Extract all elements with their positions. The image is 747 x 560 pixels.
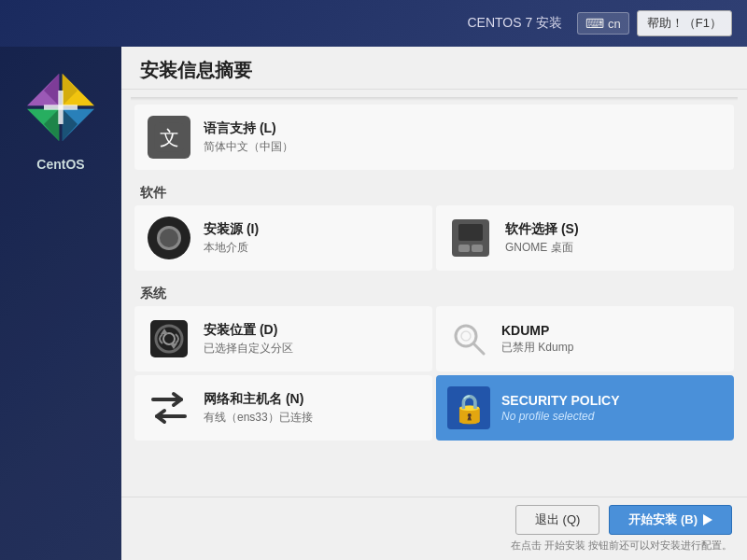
panel-title: 安装信息摘要 <box>121 47 747 90</box>
lang-code: cn <box>608 17 621 31</box>
network-subtitle: 有线（ens33）已连接 <box>204 410 313 426</box>
software-select-icon <box>447 215 494 261</box>
help-button[interactable]: 帮助！（F1） <box>637 10 732 36</box>
sidebar: CentOS <box>0 47 121 560</box>
kdump-icon <box>447 317 490 360</box>
install-location-subtitle: 已选择自定义分区 <box>204 341 293 357</box>
kdump-item[interactable]: KDUMP 已禁用 Kdump <box>436 306 734 371</box>
install-source-text: 安装源 (I) 本地介质 <box>204 221 259 256</box>
svg-rect-5 <box>458 224 483 241</box>
software-select-title: 软件选择 (S) <box>505 221 579 238</box>
keyboard-icon: ⌨ <box>585 16 604 31</box>
main-panel: 安装信息摘要 文 <box>121 47 747 560</box>
network-item[interactable]: 网络和主机名 (N) 有线（ens33）已连接 <box>134 375 432 441</box>
security-policy-title: SECURITY POLICY <box>501 393 620 408</box>
network-icon <box>146 385 192 431</box>
install-location-text: 安装位置 (D) 已选择自定义分区 <box>204 322 293 357</box>
software-section-header: 软件 <box>131 177 738 205</box>
footer-note: 在点击 开始安装 按钮前还可以对安装进行配置。 <box>136 539 732 553</box>
network-title: 网络和主机名 (N) <box>204 391 313 408</box>
install-source-item[interactable]: 安装源 (I) 本地介质 <box>134 205 432 271</box>
centos-brand: CentOS <box>36 157 84 172</box>
svg-rect-7 <box>472 245 483 252</box>
language-selector[interactable]: ⌨ cn <box>577 12 629 35</box>
security-policy-icon: 🔒 <box>447 386 490 429</box>
quit-button[interactable]: 退出 (Q) <box>515 505 599 535</box>
header-right: CENTOS 7 安装 ⌨ cn 帮助！（F1） <box>467 10 732 36</box>
svg-line-12 <box>473 343 484 354</box>
svg-rect-1 <box>44 105 78 109</box>
lang-support-item[interactable]: 文 语言支持 (L) 简体中文（中国） <box>134 105 734 170</box>
software-grid: 安装源 (I) 本地介质 <box>131 205 738 278</box>
software-select-text: 软件选择 (S) GNOME 桌面 <box>505 221 579 256</box>
main-window: CENTOS 7 安装 ⌨ cn 帮助！（F1） <box>0 0 747 560</box>
disc-icon <box>148 217 190 259</box>
lang-support-text: 语言支持 (L) 简体中文（中国） <box>204 120 293 155</box>
centos-logo <box>19 65 103 149</box>
footer-buttons: 退出 (Q) 开始安装 (B) <box>136 505 732 535</box>
lang-support-title: 语言支持 (L) <box>204 120 293 137</box>
security-policy-subtitle: No profile selected <box>501 410 620 423</box>
install-source-icon <box>146 215 192 261</box>
content-area: CentOS 安装信息摘要 文 <box>0 47 747 560</box>
install-location-title: 安装位置 (D) <box>204 322 293 339</box>
install-location-icon <box>146 315 192 362</box>
install-source-title: 安装源 (I) <box>204 221 259 238</box>
network-text: 网络和主机名 (N) 有线（ens33）已连接 <box>204 391 313 426</box>
kdump-text: KDUMP 已禁用 Kdump <box>501 323 573 356</box>
svg-point-13 <box>461 331 471 341</box>
svg-rect-6 <box>458 245 470 252</box>
disk-icon <box>148 317 190 360</box>
scroll-area[interactable]: 文 语言支持 (L) 简体中文（中国） 软件 <box>121 90 747 497</box>
install-title: CENTOS 7 安装 <box>467 15 562 32</box>
system-section-header: 系统 <box>131 278 738 306</box>
software-select-subtitle: GNOME 桌面 <box>505 240 579 256</box>
header: CENTOS 7 安装 ⌨ cn 帮助！（F1） <box>0 0 747 47</box>
svg-text:文: 文 <box>160 127 179 148</box>
lang-icon: 文 <box>148 116 190 159</box>
start-arrow-icon <box>703 514 712 525</box>
package-icon <box>449 217 492 259</box>
start-install-label: 开始安装 (B) <box>628 511 698 528</box>
lang-support-icon: 文 <box>146 114 192 161</box>
arrows-icon <box>148 386 190 429</box>
security-policy-text: SECURITY POLICY No profile selected <box>501 393 620 423</box>
lang-support-subtitle: 简体中文（中国） <box>204 139 293 155</box>
kdump-subtitle: 已禁用 Kdump <box>501 340 573 356</box>
security-policy-item[interactable]: 🔒 SECURITY POLICY No profile selected <box>436 375 734 441</box>
install-location-item[interactable]: 安装位置 (D) 已选择自定义分区 <box>134 306 432 371</box>
install-source-subtitle: 本地介质 <box>204 240 259 256</box>
software-select-item[interactable]: 软件选择 (S) GNOME 桌面 <box>436 205 734 271</box>
start-install-button[interactable]: 开始安装 (B) <box>609 505 732 535</box>
kdump-title: KDUMP <box>501 323 573 338</box>
footer: 退出 (Q) 开始安装 (B) 在点击 开始安装 按钮前还可以对安装进行配置。 <box>121 497 747 560</box>
localization-grid: 文 语言支持 (L) 简体中文（中国） <box>131 105 738 177</box>
search-icon <box>450 320 487 357</box>
system-grid: 安装位置 (D) 已选择自定义分区 <box>131 306 738 448</box>
scroll-indicator <box>131 97 738 101</box>
